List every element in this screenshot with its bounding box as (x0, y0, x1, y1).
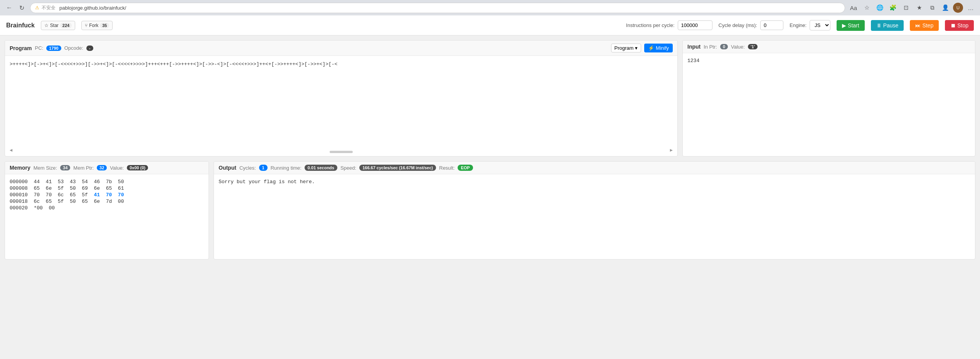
pause-label: Pause (883, 22, 899, 29)
cycles-value: 1 (259, 165, 268, 171)
url-text: pablojorge.github.io/brainfuck/ (59, 5, 126, 11)
address-bar[interactable]: ⚠ 不安全 pablojorge.github.io/brainfuck/ (30, 3, 845, 13)
star-page-button[interactable]: ☆ (861, 2, 872, 13)
mem-ptr-label: Mem Ptr: (73, 165, 94, 171)
security-icon: ⚠ (35, 5, 39, 10)
opcode-value: - (86, 46, 93, 51)
value-label: Value: (731, 44, 745, 50)
cycles-label: Cycles: (239, 165, 256, 171)
start-label: Start (848, 22, 859, 29)
memory-panel: Memory Mem Size: 34 Mem Ptr: 32 Value: 0… (5, 161, 209, 260)
opcode-label: Opcode: (64, 45, 83, 51)
output-text: Sorry but your flag is not here. (219, 179, 970, 185)
step-button[interactable]: ⏭ Step (910, 20, 939, 31)
input-text: 1234 (687, 58, 970, 64)
cycle-delay-input[interactable] (760, 20, 783, 30)
table-row: 000018 6c 65 5f 50 65 6e 7d 00 (10, 199, 204, 204)
favorites-button[interactable]: ★ (914, 2, 924, 13)
cycle-delay-group: Cycle delay (ms): (719, 20, 783, 30)
star-icon: ☆ (44, 23, 49, 28)
step-label: Step (922, 22, 933, 29)
profile-button[interactable]: 👤 (940, 2, 951, 13)
start-button[interactable]: ▶ Start (837, 20, 865, 31)
avatar: U (953, 3, 963, 13)
output-panel-header: Output Cycles: 1 Running time: 0.01 seco… (214, 162, 975, 174)
fork-label: Fork (89, 23, 98, 28)
reload-button[interactable]: ↻ (16, 2, 27, 13)
pc-value: 1790 (46, 46, 61, 51)
extensions-button[interactable]: 🧩 (887, 2, 898, 13)
memory-panel-title: Memory (10, 165, 30, 171)
mem-size-label: Mem Size: (34, 165, 57, 171)
minify-button[interactable]: ⚡ Minify (644, 44, 673, 52)
top-panels: Program PC: 1790 Opcode: - Program ▾ ⚡ M… (5, 40, 975, 157)
speed-value: 166.67 cycles/sec (16.67M inst/sec) (359, 165, 436, 171)
security-label: 不安全 (42, 5, 56, 11)
program-panel-title: Program (10, 45, 32, 51)
start-icon: ▶ (842, 22, 846, 29)
program-panel-actions: Program ▾ ⚡ Minify (611, 44, 673, 52)
memory-panel-header: Memory Mem Size: 34 Mem Ptr: 32 Value: 0… (5, 162, 209, 174)
scroll-bar-area (5, 151, 677, 153)
input-panel: Input In Ptr: 0 Value: '1' 1234 (682, 40, 975, 157)
back-button[interactable]: ← (4, 2, 15, 13)
split-view-button[interactable]: ⊡ (901, 2, 911, 13)
memory-panel-body: 000000 44 41 53 43 54 46 7b 50000008 65 … (5, 174, 209, 259)
pause-button[interactable]: ⏸ Pause (871, 20, 904, 31)
stop-icon: ⏹ (950, 22, 956, 29)
fork-count: 35 (100, 23, 109, 28)
program-panel-header: Program PC: 1790 Opcode: - Program ▾ ⚡ M… (5, 40, 677, 56)
result-value: EOP (458, 165, 473, 171)
speed-label: Speed: (340, 165, 356, 171)
nav-buttons: ← ↻ (4, 2, 27, 13)
star-button[interactable]: ☆ Star 224 (41, 21, 75, 30)
fork-button[interactable]: ⑂ Fork 35 (81, 21, 113, 30)
star-label: Star (50, 23, 59, 28)
running-time-value: 0.01 seconds (305, 165, 337, 171)
mem-value-value: 0x00 (0) (127, 165, 148, 170)
mem-size-value: 34 (60, 165, 70, 170)
globe-button[interactable]: 🌐 (874, 2, 885, 13)
program-dropdown[interactable]: Program ▾ (611, 44, 642, 52)
table-row: 000000 44 41 53 43 54 46 7b 50 (10, 179, 204, 185)
program-code: >++++<]>[->+<]>[-<<<<+>>>][->>+<]>[-<<<<… (10, 61, 673, 68)
collections-button[interactable]: ⧉ (927, 2, 938, 13)
app-title: Brainfuck (6, 22, 35, 29)
stop-label: Stop (957, 22, 968, 29)
instructions-per-cycle-input[interactable] (678, 20, 712, 30)
star-count: 224 (60, 23, 72, 28)
aa-button[interactable]: Aa (848, 2, 859, 13)
table-row: 000020 *00 00 (10, 205, 204, 211)
instructions-per-cycle-label: Instructions per cycle: (626, 22, 675, 28)
output-panel-body: Sorry but your flag is not here. (214, 174, 975, 259)
in-ptr-label: In Ptr: (704, 44, 717, 50)
table-row: 000010 70 70 6c 65 5f 41 70 70 (10, 192, 204, 198)
fork-icon: ⑂ (85, 23, 88, 28)
pause-icon: ⏸ (876, 22, 882, 29)
engine-select[interactable]: JS (810, 20, 830, 30)
pc-label: PC: (35, 45, 44, 51)
running-time-label: Running time: (271, 165, 301, 171)
scroll-right-arrow[interactable]: ▶ (670, 147, 673, 153)
more-button[interactable]: … (965, 2, 976, 13)
bottom-panels: Memory Mem Size: 34 Mem Ptr: 32 Value: 0… (5, 161, 975, 260)
in-ptr-value: 0 (720, 44, 728, 49)
cycle-delay-label: Cycle delay (ms): (719, 22, 757, 28)
stop-button[interactable]: ⏹ Stop (945, 20, 974, 31)
browser-chrome: ← ↻ ⚠ 不安全 pablojorge.github.io/brainfuck… (0, 0, 980, 15)
input-panel-body: 1234 (683, 53, 975, 153)
mem-value-label: Value: (110, 165, 124, 171)
result-label: Result: (439, 165, 455, 171)
browser-toolbar: ← ↻ ⚠ 不安全 pablojorge.github.io/brainfuck… (0, 0, 980, 15)
instructions-per-cycle-group: Instructions per cycle: (626, 20, 712, 30)
scroll-thumb[interactable] (330, 151, 353, 153)
input-panel-header: Input In Ptr: 0 Value: '1' (683, 40, 975, 53)
engine-group: Engine: JS (790, 20, 830, 30)
output-panel: Output Cycles: 1 Running time: 0.01 seco… (214, 161, 975, 260)
engine-label: Engine: (790, 22, 807, 28)
minify-label: ⚡ Minify (648, 45, 669, 51)
mem-ptr-value: 32 (97, 165, 107, 170)
program-panel-body: >++++<]>[->+<]>[-<<<<+>>>][->>+<]>[-<<<<… (5, 56, 677, 156)
chevron-down-icon: ▾ (635, 45, 638, 51)
table-row: 000008 65 6e 5f 50 69 6e 65 61 (10, 185, 204, 191)
